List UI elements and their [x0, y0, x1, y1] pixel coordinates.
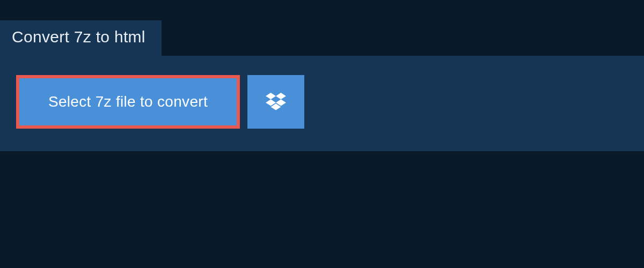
dropbox-icon	[266, 93, 286, 111]
upload-panel: Select 7z file to convert	[0, 56, 644, 151]
tab-convert[interactable]: Convert 7z to html	[0, 20, 162, 56]
button-row: Select 7z file to convert	[16, 75, 628, 129]
empty-region	[0, 151, 644, 258]
select-file-button[interactable]: Select 7z file to convert	[16, 75, 240, 129]
select-file-label: Select 7z file to convert	[48, 93, 208, 110]
tab-bar: Convert 7z to html	[0, 0, 644, 56]
dropbox-button[interactable]	[247, 75, 304, 129]
tab-label: Convert 7z to html	[12, 28, 145, 46]
